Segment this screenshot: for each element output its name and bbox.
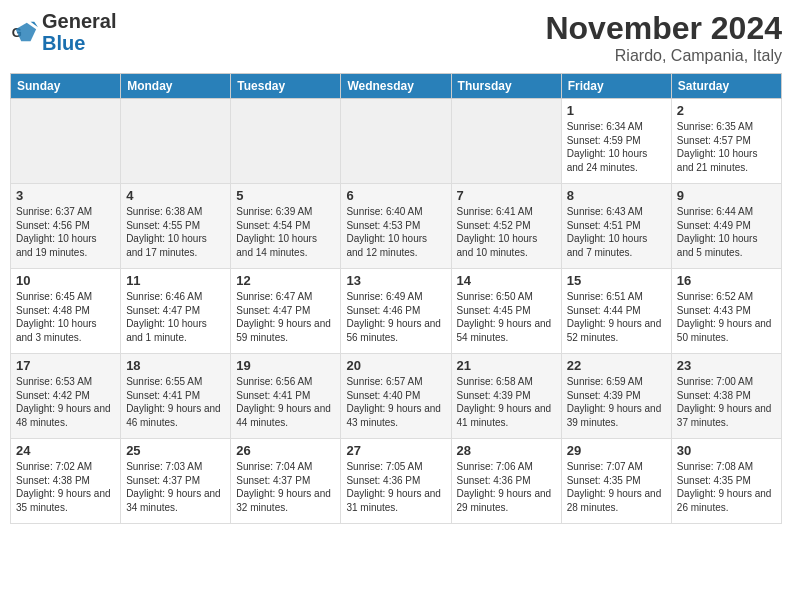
day-info: Sunrise: 6:39 AM Sunset: 4:54 PM Dayligh… bbox=[236, 205, 335, 259]
calendar-cell: 24Sunrise: 7:02 AM Sunset: 4:38 PM Dayli… bbox=[11, 439, 121, 524]
logo-general: General bbox=[42, 10, 116, 32]
day-info: Sunrise: 6:56 AM Sunset: 4:41 PM Dayligh… bbox=[236, 375, 335, 429]
calendar-cell: 5Sunrise: 6:39 AM Sunset: 4:54 PM Daylig… bbox=[231, 184, 341, 269]
calendar-cell: 2Sunrise: 6:35 AM Sunset: 4:57 PM Daylig… bbox=[671, 99, 781, 184]
calendar-cell: 25Sunrise: 7:03 AM Sunset: 4:37 PM Dayli… bbox=[121, 439, 231, 524]
day-number: 25 bbox=[126, 443, 225, 458]
day-info: Sunrise: 7:07 AM Sunset: 4:35 PM Dayligh… bbox=[567, 460, 666, 514]
calendar-cell: 17Sunrise: 6:53 AM Sunset: 4:42 PM Dayli… bbox=[11, 354, 121, 439]
calendar-week-4: 17Sunrise: 6:53 AM Sunset: 4:42 PM Dayli… bbox=[11, 354, 782, 439]
calendar-week-2: 3Sunrise: 6:37 AM Sunset: 4:56 PM Daylig… bbox=[11, 184, 782, 269]
calendar-cell: 29Sunrise: 7:07 AM Sunset: 4:35 PM Dayli… bbox=[561, 439, 671, 524]
calendar-header: SundayMondayTuesdayWednesdayThursdayFrid… bbox=[11, 74, 782, 99]
day-info: Sunrise: 7:08 AM Sunset: 4:35 PM Dayligh… bbox=[677, 460, 776, 514]
day-info: Sunrise: 6:49 AM Sunset: 4:46 PM Dayligh… bbox=[346, 290, 445, 344]
calendar-cell: 9Sunrise: 6:44 AM Sunset: 4:49 PM Daylig… bbox=[671, 184, 781, 269]
weekday-tuesday: Tuesday bbox=[231, 74, 341, 99]
logo: G General Blue bbox=[10, 10, 116, 54]
weekday-monday: Monday bbox=[121, 74, 231, 99]
calendar-table: SundayMondayTuesdayWednesdayThursdayFrid… bbox=[10, 73, 782, 524]
day-info: Sunrise: 6:59 AM Sunset: 4:39 PM Dayligh… bbox=[567, 375, 666, 429]
day-info: Sunrise: 6:35 AM Sunset: 4:57 PM Dayligh… bbox=[677, 120, 776, 174]
calendar-cell: 13Sunrise: 6:49 AM Sunset: 4:46 PM Dayli… bbox=[341, 269, 451, 354]
day-info: Sunrise: 6:50 AM Sunset: 4:45 PM Dayligh… bbox=[457, 290, 556, 344]
day-number: 29 bbox=[567, 443, 666, 458]
calendar-cell bbox=[121, 99, 231, 184]
calendar-cell: 16Sunrise: 6:52 AM Sunset: 4:43 PM Dayli… bbox=[671, 269, 781, 354]
day-number: 16 bbox=[677, 273, 776, 288]
calendar-cell bbox=[341, 99, 451, 184]
day-info: Sunrise: 6:47 AM Sunset: 4:47 PM Dayligh… bbox=[236, 290, 335, 344]
calendar-cell: 26Sunrise: 7:04 AM Sunset: 4:37 PM Dayli… bbox=[231, 439, 341, 524]
day-info: Sunrise: 7:00 AM Sunset: 4:38 PM Dayligh… bbox=[677, 375, 776, 429]
day-number: 9 bbox=[677, 188, 776, 203]
day-number: 13 bbox=[346, 273, 445, 288]
calendar-cell: 6Sunrise: 6:40 AM Sunset: 4:53 PM Daylig… bbox=[341, 184, 451, 269]
weekday-friday: Friday bbox=[561, 74, 671, 99]
calendar-week-5: 24Sunrise: 7:02 AM Sunset: 4:38 PM Dayli… bbox=[11, 439, 782, 524]
weekday-saturday: Saturday bbox=[671, 74, 781, 99]
calendar-cell: 21Sunrise: 6:58 AM Sunset: 4:39 PM Dayli… bbox=[451, 354, 561, 439]
calendar-cell bbox=[451, 99, 561, 184]
day-info: Sunrise: 6:51 AM Sunset: 4:44 PM Dayligh… bbox=[567, 290, 666, 344]
weekday-sunday: Sunday bbox=[11, 74, 121, 99]
calendar-week-1: 1Sunrise: 6:34 AM Sunset: 4:59 PM Daylig… bbox=[11, 99, 782, 184]
day-number: 3 bbox=[16, 188, 115, 203]
day-info: Sunrise: 6:43 AM Sunset: 4:51 PM Dayligh… bbox=[567, 205, 666, 259]
calendar-cell: 11Sunrise: 6:46 AM Sunset: 4:47 PM Dayli… bbox=[121, 269, 231, 354]
calendar-cell: 18Sunrise: 6:55 AM Sunset: 4:41 PM Dayli… bbox=[121, 354, 231, 439]
day-number: 15 bbox=[567, 273, 666, 288]
day-info: Sunrise: 6:52 AM Sunset: 4:43 PM Dayligh… bbox=[677, 290, 776, 344]
day-info: Sunrise: 6:53 AM Sunset: 4:42 PM Dayligh… bbox=[16, 375, 115, 429]
day-number: 24 bbox=[16, 443, 115, 458]
day-info: Sunrise: 6:55 AM Sunset: 4:41 PM Dayligh… bbox=[126, 375, 225, 429]
day-info: Sunrise: 7:02 AM Sunset: 4:38 PM Dayligh… bbox=[16, 460, 115, 514]
calendar-cell: 22Sunrise: 6:59 AM Sunset: 4:39 PM Dayli… bbox=[561, 354, 671, 439]
calendar-cell bbox=[231, 99, 341, 184]
day-info: Sunrise: 7:04 AM Sunset: 4:37 PM Dayligh… bbox=[236, 460, 335, 514]
month-title: November 2024 bbox=[545, 10, 782, 47]
calendar-cell: 19Sunrise: 6:56 AM Sunset: 4:41 PM Dayli… bbox=[231, 354, 341, 439]
day-number: 20 bbox=[346, 358, 445, 373]
day-info: Sunrise: 7:05 AM Sunset: 4:36 PM Dayligh… bbox=[346, 460, 445, 514]
day-number: 2 bbox=[677, 103, 776, 118]
calendar-cell: 15Sunrise: 6:51 AM Sunset: 4:44 PM Dayli… bbox=[561, 269, 671, 354]
day-number: 11 bbox=[126, 273, 225, 288]
calendar-week-3: 10Sunrise: 6:45 AM Sunset: 4:48 PM Dayli… bbox=[11, 269, 782, 354]
calendar-cell: 8Sunrise: 6:43 AM Sunset: 4:51 PM Daylig… bbox=[561, 184, 671, 269]
day-number: 21 bbox=[457, 358, 556, 373]
day-number: 5 bbox=[236, 188, 335, 203]
calendar-cell: 30Sunrise: 7:08 AM Sunset: 4:35 PM Dayli… bbox=[671, 439, 781, 524]
location-subtitle: Riardo, Campania, Italy bbox=[545, 47, 782, 65]
day-number: 22 bbox=[567, 358, 666, 373]
day-info: Sunrise: 6:44 AM Sunset: 4:49 PM Dayligh… bbox=[677, 205, 776, 259]
calendar-cell: 27Sunrise: 7:05 AM Sunset: 4:36 PM Dayli… bbox=[341, 439, 451, 524]
calendar-cell bbox=[11, 99, 121, 184]
day-info: Sunrise: 7:03 AM Sunset: 4:37 PM Dayligh… bbox=[126, 460, 225, 514]
weekday-header-row: SundayMondayTuesdayWednesdayThursdayFrid… bbox=[11, 74, 782, 99]
day-number: 17 bbox=[16, 358, 115, 373]
logo-icon: G bbox=[10, 18, 38, 46]
day-number: 23 bbox=[677, 358, 776, 373]
calendar-cell: 7Sunrise: 6:41 AM Sunset: 4:52 PM Daylig… bbox=[451, 184, 561, 269]
day-info: Sunrise: 6:58 AM Sunset: 4:39 PM Dayligh… bbox=[457, 375, 556, 429]
calendar-body: 1Sunrise: 6:34 AM Sunset: 4:59 PM Daylig… bbox=[11, 99, 782, 524]
day-number: 27 bbox=[346, 443, 445, 458]
day-number: 7 bbox=[457, 188, 556, 203]
day-info: Sunrise: 6:38 AM Sunset: 4:55 PM Dayligh… bbox=[126, 205, 225, 259]
day-number: 12 bbox=[236, 273, 335, 288]
day-info: Sunrise: 7:06 AM Sunset: 4:36 PM Dayligh… bbox=[457, 460, 556, 514]
day-number: 19 bbox=[236, 358, 335, 373]
day-number: 10 bbox=[16, 273, 115, 288]
calendar-cell: 10Sunrise: 6:45 AM Sunset: 4:48 PM Dayli… bbox=[11, 269, 121, 354]
logo-blue: Blue bbox=[42, 32, 85, 54]
day-number: 4 bbox=[126, 188, 225, 203]
day-info: Sunrise: 6:46 AM Sunset: 4:47 PM Dayligh… bbox=[126, 290, 225, 344]
day-number: 28 bbox=[457, 443, 556, 458]
day-info: Sunrise: 6:37 AM Sunset: 4:56 PM Dayligh… bbox=[16, 205, 115, 259]
calendar-cell: 1Sunrise: 6:34 AM Sunset: 4:59 PM Daylig… bbox=[561, 99, 671, 184]
day-info: Sunrise: 6:40 AM Sunset: 4:53 PM Dayligh… bbox=[346, 205, 445, 259]
calendar-cell: 3Sunrise: 6:37 AM Sunset: 4:56 PM Daylig… bbox=[11, 184, 121, 269]
day-info: Sunrise: 6:34 AM Sunset: 4:59 PM Dayligh… bbox=[567, 120, 666, 174]
day-number: 30 bbox=[677, 443, 776, 458]
